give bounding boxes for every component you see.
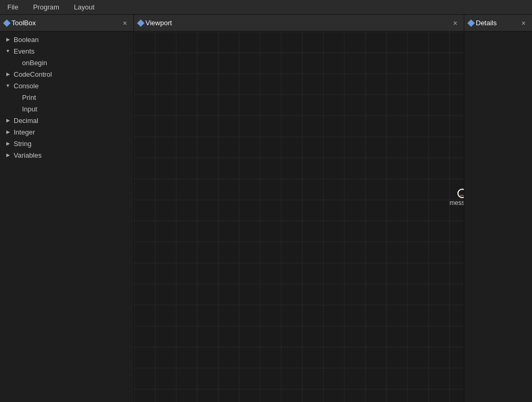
arrow-icon-string	[4, 140, 12, 147]
details-diamond-icon	[467, 19, 475, 26]
tree-label-variables: Variables	[14, 151, 41, 159]
tree-label-decimal: Decimal	[14, 117, 38, 125]
tree-label-string: String	[14, 140, 32, 148]
toolbox-close-button[interactable]: ×	[121, 18, 129, 28]
viewport-title: Viewport	[145, 19, 172, 27]
arrow-icon-codecontrol	[4, 70, 12, 78]
toolbox-diamond-icon	[3, 19, 11, 26]
toolbox-panel: ToolBox × BooleanEventsonBeginCodeContro…	[0, 15, 134, 402]
details-header-title: Details	[468, 19, 519, 27]
toolbox-header-title: ToolBox	[4, 19, 121, 27]
tree-label-input: Input	[22, 105, 37, 113]
tree-item-events[interactable]: Events	[0, 45, 133, 57]
message-circle-icon	[457, 189, 464, 198]
menu-program[interactable]: Program	[30, 2, 62, 12]
toolbox-tree: BooleanEventsonBeginCodeControlConsolePr…	[0, 32, 133, 402]
menu-bar: File Program Layout	[0, 0, 532, 15]
tree-item-variables[interactable]: Variables	[0, 149, 133, 161]
arrow-icon-console	[4, 82, 12, 89]
tree-label-print-tree: Print	[22, 94, 36, 101]
viewport-diamond-icon	[137, 19, 144, 26]
toolbox-title: ToolBox	[12, 19, 36, 27]
details-close-button[interactable]: ×	[519, 18, 528, 28]
viewport-close-button[interactable]: ×	[451, 18, 460, 28]
arrow-icon-integer	[4, 128, 12, 136]
tree-item-onbegin[interactable]: onBegin	[0, 57, 133, 68]
tree-item-integer[interactable]: Integer	[0, 126, 133, 138]
message-node[interactable]: message	[450, 189, 464, 207]
viewport-canvas[interactable]: exec Print exec onBe... message	[134, 32, 464, 402]
tree-label-codecontrol: CodeControl	[14, 70, 52, 78]
tree-label-boolean: Boolean	[14, 36, 39, 44]
tree-label-console: Console	[14, 82, 39, 90]
tree-item-boolean[interactable]: Boolean	[0, 34, 133, 45]
menu-file[interactable]: File	[4, 2, 22, 12]
tree-label-events: Events	[14, 47, 35, 55]
connections-svg	[134, 32, 464, 402]
details-panel: Details ×	[464, 15, 532, 402]
details-title: Details	[476, 19, 497, 27]
viewport-area: Viewport × exec	[134, 15, 464, 402]
arrow-icon-boolean	[4, 36, 12, 43]
tree-item-print-tree[interactable]: Print	[0, 91, 133, 103]
details-header: Details ×	[464, 15, 532, 32]
arrow-icon-events	[4, 47, 12, 55]
tree-label-integer: Integer	[14, 128, 35, 136]
viewport-panel: Viewport × exec	[134, 15, 464, 402]
arrow-icon-variables	[4, 151, 12, 159]
toolbox-header: ToolBox ×	[0, 15, 133, 32]
message-label: message	[450, 199, 464, 207]
tree-label-onbegin: onBegin	[22, 59, 47, 67]
tree-item-string[interactable]: String	[0, 138, 133, 149]
arrow-icon-decimal	[4, 117, 12, 124]
tree-item-decimal[interactable]: Decimal	[0, 115, 133, 126]
menu-layout[interactable]: Layout	[71, 2, 98, 12]
main-area: ToolBox × BooleanEventsonBeginCodeContro…	[0, 15, 532, 402]
viewport-header: Viewport ×	[134, 15, 464, 32]
viewport-header-title: Viewport	[138, 19, 451, 27]
tree-item-input[interactable]: Input	[0, 103, 133, 115]
tree-item-codecontrol[interactable]: CodeControl	[0, 68, 133, 80]
tree-item-console[interactable]: Console	[0, 80, 133, 91]
